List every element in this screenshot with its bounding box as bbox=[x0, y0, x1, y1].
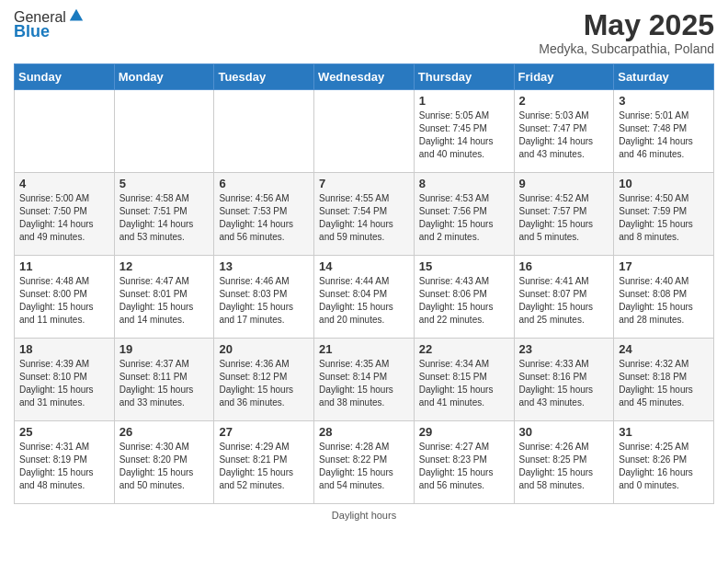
table-row: 8Sunrise: 4:53 AM Sunset: 7:56 PM Daylig… bbox=[414, 173, 514, 256]
day-info: Sunrise: 4:36 AM Sunset: 8:12 PM Dayligh… bbox=[219, 358, 309, 409]
day-info: Sunrise: 4:46 AM Sunset: 8:03 PM Dayligh… bbox=[219, 275, 309, 327]
table-row: 29Sunrise: 4:27 AM Sunset: 8:23 PM Dayli… bbox=[414, 421, 514, 504]
day-info: Sunrise: 4:25 AM Sunset: 8:26 PM Dayligh… bbox=[619, 441, 709, 492]
day-number: 3 bbox=[619, 94, 709, 108]
day-number: 7 bbox=[319, 177, 409, 190]
day-info: Sunrise: 4:27 AM Sunset: 8:23 PM Dayligh… bbox=[419, 441, 509, 492]
col-friday: Friday bbox=[514, 64, 614, 90]
table-row bbox=[114, 90, 214, 173]
table-row: 5Sunrise: 4:58 AM Sunset: 7:51 PM Daylig… bbox=[114, 173, 214, 256]
table-row: 3Sunrise: 5:01 AM Sunset: 7:48 PM Daylig… bbox=[614, 90, 714, 173]
calendar: Sunday Monday Tuesday Wednesday Thursday… bbox=[14, 63, 714, 504]
day-info: Sunrise: 4:40 AM Sunset: 8:08 PM Dayligh… bbox=[619, 275, 709, 327]
table-row: 26Sunrise: 4:30 AM Sunset: 8:20 PM Dayli… bbox=[114, 421, 214, 504]
table-row: 7Sunrise: 4:55 AM Sunset: 7:54 PM Daylig… bbox=[314, 173, 415, 256]
day-number: 31 bbox=[619, 425, 709, 439]
day-info: Sunrise: 4:53 AM Sunset: 7:56 PM Dayligh… bbox=[419, 192, 509, 244]
table-row: 4Sunrise: 5:00 AM Sunset: 7:50 PM Daylig… bbox=[15, 173, 115, 256]
day-info: Sunrise: 4:41 AM Sunset: 8:07 PM Dayligh… bbox=[519, 275, 609, 327]
table-row: 17Sunrise: 4:40 AM Sunset: 8:08 PM Dayli… bbox=[614, 256, 714, 339]
day-number: 18 bbox=[19, 342, 109, 356]
day-info: Sunrise: 4:32 AM Sunset: 8:18 PM Dayligh… bbox=[619, 358, 709, 409]
table-row: 18Sunrise: 4:39 AM Sunset: 8:10 PM Dayli… bbox=[15, 339, 115, 421]
day-number: 15 bbox=[419, 259, 509, 273]
day-number: 4 bbox=[19, 177, 109, 190]
title-block: May 2025 Medyka, Subcarpathia, Poland bbox=[539, 9, 714, 56]
day-info: Sunrise: 4:55 AM Sunset: 7:54 PM Dayligh… bbox=[319, 192, 409, 244]
day-number: 5 bbox=[119, 177, 210, 190]
day-info: Sunrise: 4:44 AM Sunset: 8:04 PM Dayligh… bbox=[319, 275, 409, 327]
footer-note: Daylight hours bbox=[14, 510, 714, 521]
day-number: 14 bbox=[319, 259, 409, 273]
table-row: 11Sunrise: 4:48 AM Sunset: 8:00 PM Dayli… bbox=[15, 256, 115, 339]
calendar-week-row: 1Sunrise: 5:05 AM Sunset: 7:45 PM Daylig… bbox=[15, 90, 714, 173]
day-number: 21 bbox=[319, 342, 409, 356]
day-info: Sunrise: 4:47 AM Sunset: 8:01 PM Dayligh… bbox=[119, 275, 210, 327]
day-info: Sunrise: 5:03 AM Sunset: 7:47 PM Dayligh… bbox=[519, 109, 609, 161]
day-info: Sunrise: 4:26 AM Sunset: 8:25 PM Dayligh… bbox=[519, 441, 609, 492]
table-row: 27Sunrise: 4:29 AM Sunset: 8:21 PM Dayli… bbox=[214, 421, 314, 504]
day-number: 24 bbox=[619, 342, 709, 356]
day-number: 29 bbox=[419, 425, 509, 439]
day-info: Sunrise: 4:33 AM Sunset: 8:16 PM Dayligh… bbox=[519, 358, 609, 409]
col-saturday: Saturday bbox=[614, 64, 714, 90]
logo-icon bbox=[68, 7, 85, 24]
location: Medyka, Subcarpathia, Poland bbox=[539, 41, 714, 56]
day-info: Sunrise: 4:34 AM Sunset: 8:15 PM Dayligh… bbox=[419, 358, 509, 409]
day-info: Sunrise: 4:30 AM Sunset: 8:20 PM Dayligh… bbox=[119, 441, 210, 492]
table-row: 9Sunrise: 4:52 AM Sunset: 7:57 PM Daylig… bbox=[514, 173, 614, 256]
svg-marker-0 bbox=[70, 9, 83, 21]
day-info: Sunrise: 4:39 AM Sunset: 8:10 PM Dayligh… bbox=[19, 358, 109, 409]
table-row: 24Sunrise: 4:32 AM Sunset: 8:18 PM Dayli… bbox=[614, 339, 714, 421]
day-number: 28 bbox=[319, 425, 409, 439]
day-number: 6 bbox=[219, 177, 309, 190]
day-info: Sunrise: 4:28 AM Sunset: 8:22 PM Dayligh… bbox=[319, 441, 409, 492]
col-sunday: Sunday bbox=[15, 64, 115, 90]
day-number: 19 bbox=[119, 342, 210, 356]
table-row: 30Sunrise: 4:26 AM Sunset: 8:25 PM Dayli… bbox=[514, 421, 614, 504]
table-row bbox=[214, 90, 314, 173]
day-number: 1 bbox=[419, 94, 509, 108]
table-row: 16Sunrise: 4:41 AM Sunset: 8:07 PM Dayli… bbox=[514, 256, 614, 339]
table-row bbox=[314, 90, 415, 173]
month-title: May 2025 bbox=[539, 9, 714, 41]
day-info: Sunrise: 5:00 AM Sunset: 7:50 PM Dayligh… bbox=[19, 192, 109, 244]
day-number: 2 bbox=[519, 94, 609, 108]
calendar-week-row: 18Sunrise: 4:39 AM Sunset: 8:10 PM Dayli… bbox=[15, 339, 714, 421]
day-info: Sunrise: 4:35 AM Sunset: 8:14 PM Dayligh… bbox=[319, 358, 409, 409]
col-wednesday: Wednesday bbox=[314, 64, 415, 90]
calendar-week-row: 25Sunrise: 4:31 AM Sunset: 8:19 PM Dayli… bbox=[15, 421, 714, 504]
table-row: 13Sunrise: 4:46 AM Sunset: 8:03 PM Dayli… bbox=[214, 256, 314, 339]
calendar-week-row: 11Sunrise: 4:48 AM Sunset: 8:00 PM Dayli… bbox=[15, 256, 714, 339]
day-number: 27 bbox=[219, 425, 309, 439]
day-info: Sunrise: 5:01 AM Sunset: 7:48 PM Dayligh… bbox=[619, 109, 709, 161]
day-number: 11 bbox=[19, 259, 109, 273]
calendar-week-row: 4Sunrise: 5:00 AM Sunset: 7:50 PM Daylig… bbox=[15, 173, 714, 256]
col-tuesday: Tuesday bbox=[214, 64, 314, 90]
table-row: 19Sunrise: 4:37 AM Sunset: 8:11 PM Dayli… bbox=[114, 339, 214, 421]
day-info: Sunrise: 5:05 AM Sunset: 7:45 PM Dayligh… bbox=[419, 109, 509, 161]
day-number: 17 bbox=[619, 259, 709, 273]
table-row: 23Sunrise: 4:33 AM Sunset: 8:16 PM Dayli… bbox=[514, 339, 614, 421]
table-row: 10Sunrise: 4:50 AM Sunset: 7:59 PM Dayli… bbox=[614, 173, 714, 256]
day-number: 25 bbox=[19, 425, 109, 439]
table-row: 14Sunrise: 4:44 AM Sunset: 8:04 PM Dayli… bbox=[314, 256, 415, 339]
day-number: 23 bbox=[519, 342, 609, 356]
day-number: 13 bbox=[219, 259, 309, 273]
day-number: 30 bbox=[519, 425, 609, 439]
day-number: 8 bbox=[419, 177, 509, 190]
day-number: 9 bbox=[519, 177, 609, 190]
day-info: Sunrise: 4:37 AM Sunset: 8:11 PM Dayligh… bbox=[119, 358, 210, 409]
table-row: 12Sunrise: 4:47 AM Sunset: 8:01 PM Dayli… bbox=[114, 256, 214, 339]
day-info: Sunrise: 4:58 AM Sunset: 7:51 PM Dayligh… bbox=[119, 192, 210, 244]
table-row: 20Sunrise: 4:36 AM Sunset: 8:12 PM Dayli… bbox=[214, 339, 314, 421]
table-row: 21Sunrise: 4:35 AM Sunset: 8:14 PM Dayli… bbox=[314, 339, 415, 421]
table-row: 22Sunrise: 4:34 AM Sunset: 8:15 PM Dayli… bbox=[414, 339, 514, 421]
day-info: Sunrise: 4:31 AM Sunset: 8:19 PM Dayligh… bbox=[19, 441, 109, 492]
col-monday: Monday bbox=[114, 64, 214, 90]
day-number: 26 bbox=[119, 425, 210, 439]
calendar-header-row: Sunday Monday Tuesday Wednesday Thursday… bbox=[15, 64, 714, 90]
table-row: 2Sunrise: 5:03 AM Sunset: 7:47 PM Daylig… bbox=[514, 90, 614, 173]
logo: General Blue bbox=[14, 9, 85, 41]
day-info: Sunrise: 4:56 AM Sunset: 7:53 PM Dayligh… bbox=[219, 192, 309, 244]
